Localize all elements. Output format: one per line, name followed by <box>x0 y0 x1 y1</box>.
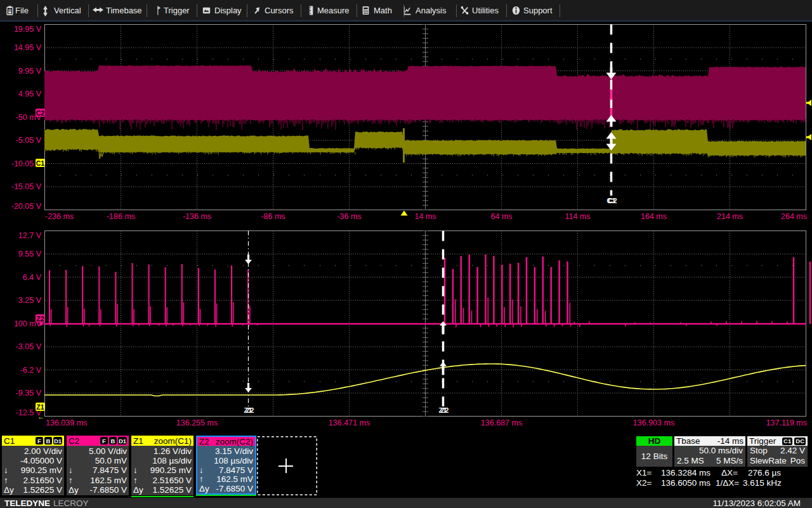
svg-text:C2: C2 <box>608 197 617 204</box>
svg-text:-136 ms: -136 ms <box>183 212 211 221</box>
svg-text:136.687 ms: 136.687 ms <box>481 418 522 427</box>
svg-text:-15.05 V: -15.05 V <box>11 182 42 191</box>
svg-text:136.903 ms: 136.903 ms <box>633 418 674 427</box>
svg-text:←: ← <box>37 413 44 420</box>
svg-text:C2: C2 <box>36 109 45 117</box>
svg-text:137.119 ms: 137.119 ms <box>766 418 807 427</box>
svg-text:Z2: Z2 <box>441 406 449 414</box>
svg-text:-3.05 V: -3.05 V <box>16 342 42 351</box>
svg-text:-86 ms: -86 ms <box>261 212 285 221</box>
svg-text:14 ms: 14 ms <box>414 212 436 221</box>
svg-text:C1: C1 <box>36 159 45 167</box>
svg-text:14.95 V: 14.95 V <box>14 43 42 52</box>
svg-text:Z2: Z2 <box>36 315 44 323</box>
svg-text:114 ms: 114 ms <box>565 212 590 221</box>
svg-text:19.95 V: 19.95 V <box>14 25 42 34</box>
svg-text:4.95 V: 4.95 V <box>18 90 42 98</box>
svg-text:264 ms: 264 ms <box>781 212 807 221</box>
svg-text:64 ms: 64 ms <box>490 212 512 221</box>
svg-text:-36 ms: -36 ms <box>337 212 361 221</box>
svg-text:-6.2 V: -6.2 V <box>20 366 42 375</box>
svg-text:164 ms: 164 ms <box>641 212 667 221</box>
svg-text:Z2: Z2 <box>246 406 254 414</box>
svg-text:136.039 ms: 136.039 ms <box>46 418 87 427</box>
svg-text:3.25 V: 3.25 V <box>18 296 42 305</box>
svg-text:-9.35 V: -9.35 V <box>16 389 42 398</box>
svg-text:9.95 V: 9.95 V <box>18 67 42 76</box>
svg-text:-236 ms: -236 ms <box>45 212 74 221</box>
svg-text:214 ms: 214 ms <box>717 212 743 221</box>
svg-text:-20.05 V: -20.05 V <box>11 202 42 211</box>
svg-text:12.7 V: 12.7 V <box>18 231 42 240</box>
svg-text:136.255 ms: 136.255 ms <box>176 418 218 427</box>
svg-text:-186 ms: -186 ms <box>107 212 135 221</box>
svg-text:-5.05 V: -5.05 V <box>16 136 42 145</box>
svg-text:9.55 V: 9.55 V <box>18 250 42 258</box>
svg-text:6.4 V: 6.4 V <box>23 273 42 282</box>
svg-text:Z1: Z1 <box>36 403 44 411</box>
svg-text:136.471 ms: 136.471 ms <box>329 418 370 427</box>
